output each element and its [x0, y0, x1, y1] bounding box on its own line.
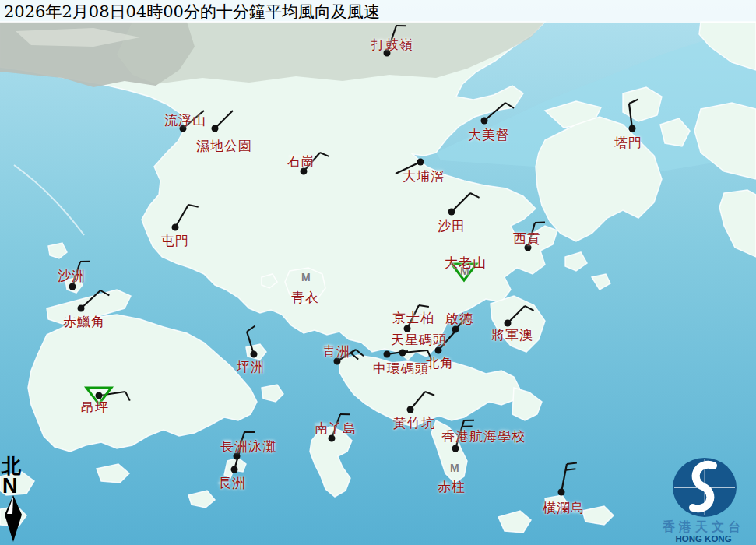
station-dot	[329, 435, 336, 442]
station-dot	[78, 305, 85, 312]
station-dot	[69, 283, 76, 290]
station-dot	[231, 466, 238, 473]
station-dot	[452, 445, 459, 452]
station-dot	[417, 159, 424, 166]
hko-name-chinese: 香港天文台	[651, 520, 756, 534]
station-dot	[407, 406, 414, 413]
station-dot	[558, 489, 565, 496]
station-dot	[251, 351, 258, 358]
station-dot	[404, 325, 411, 332]
hko-name-english: HONG KONG OBSERVATORY	[651, 534, 756, 545]
station-dot	[384, 351, 391, 358]
north-arrow-icon	[2, 495, 28, 543]
station-dot	[505, 320, 512, 327]
station-dot	[212, 125, 219, 132]
north-compass: 北 N	[2, 456, 28, 545]
hong-kong-map	[0, 0, 756, 545]
hko-logo: 香港天文台 HONG KONG OBSERVATORY	[651, 456, 756, 545]
wind-barb-tick	[535, 222, 545, 223]
station-dot	[180, 125, 187, 132]
station-dot	[172, 224, 179, 231]
station-dot	[629, 125, 636, 132]
station-dot	[301, 168, 308, 175]
station-dot	[481, 118, 488, 125]
station-dot	[435, 347, 442, 354]
station-dot	[525, 244, 532, 251]
wind-map-screen: 打鼓嶺流浮山濕地公園大美督塔門石崗大埔滘沙田屯門西貢沙洲赤鱲角M青衣M大老山京士…	[0, 0, 756, 545]
station-dot	[334, 358, 341, 365]
station-dot	[448, 209, 455, 216]
map-title: 2026年2月08日04時00分的十分鐘平均風向及風速	[0, 0, 756, 23]
hko-logo-icon	[651, 456, 756, 519]
station-dot	[384, 50, 391, 57]
station-dot	[96, 392, 103, 399]
north-letter-label: N	[2, 476, 28, 495]
